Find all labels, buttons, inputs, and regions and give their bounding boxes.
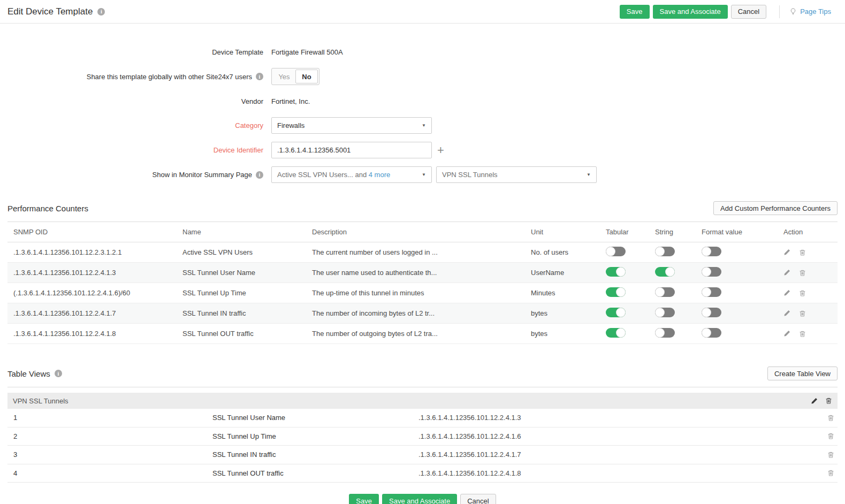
string-toggle[interactable] [655,247,675,256]
info-icon[interactable]: i [256,73,263,80]
table-row: 1 SSL Tunnel User Name .1.3.6.1.4.1.1235… [7,409,838,427]
oid-cell: .1.3.6.1.4.1.12356.101.12.2.4.1.3 [418,414,816,422]
tabular-toggle[interactable] [606,287,626,297]
description-cell: The user name used to authenticate th... [312,269,531,277]
performance-counters-title: Performance Counters [7,204,88,213]
format-value-toggle[interactable] [702,308,721,317]
page-tips-label: Page Tips [800,7,831,16]
name-cell: SSL Tunnel User Name [182,269,312,277]
device-template-value: Fortigate Firewall 500A [271,48,343,56]
divider [779,5,780,18]
delete-icon[interactable] [799,289,806,297]
string-toggle[interactable] [655,267,675,277]
info-icon[interactable]: i [55,370,62,377]
column-header-unit: Unit [531,228,606,236]
table-header-row: SNMP OID Name Description Unit Tabular S… [7,222,838,242]
create-table-view-button[interactable]: Create Table View [767,366,838,380]
string-toggle[interactable] [655,308,675,317]
table-view-group-header: VPN SSL Tunnels [7,393,838,409]
snmp-oid-cell: (.1.3.6.1.4.1.12356.101.12.2.4.1.6)/60 [7,289,182,297]
summary-tableview-select[interactable]: VPN SSL Tunnels ▼ [436,166,597,183]
delete-icon[interactable] [827,414,834,422]
string-toggle[interactable] [655,328,675,338]
save-button[interactable]: Save [620,5,650,19]
device-identifier-input[interactable] [271,142,432,158]
add-custom-performance-counters-button[interactable]: Add Custom Performance Counters [713,201,838,215]
name-cell: SSL Tunnel Up Time [182,289,312,297]
oid-cell: .1.3.6.1.4.1.12356.101.12.2.4.1.7 [418,450,816,459]
page-title: Edit Device Template [7,6,93,17]
oid-cell: .1.3.6.1.4.1.12356.101.12.2.4.1.8 [418,469,816,477]
vendor-value: Fortinet, Inc. [271,97,310,105]
table-body: .1.3.6.1.4.1.12356.101.12.2.3.1.2.1 Acti… [7,242,838,344]
tabular-toggle[interactable] [606,308,626,317]
cancel-button[interactable]: Cancel [460,494,496,504]
table-row: .1.3.6.1.4.1.12356.101.12.2.4.1.7 SSL Tu… [7,303,838,324]
save-button[interactable]: Save [349,494,379,504]
unit-cell: UserName [531,269,606,277]
delete-icon[interactable] [827,451,834,459]
table-row: .1.3.6.1.4.1.12356.101.12.2.3.1.2.1 Acti… [7,242,838,263]
share-toggle: Yes No [271,68,319,85]
monitor-summary-row: Show in Monitor Summary Page i Active SS… [0,166,845,183]
delete-icon[interactable] [827,432,834,440]
edit-icon[interactable] [783,269,790,277]
table-row: .1.3.6.1.4.1.12356.101.12.2.4.1.8 SSL Tu… [7,324,838,344]
table-views-section: Table Views i Create Table View VPN SSL … [0,366,845,483]
table-row: 2 SSL Tunnel Up Time .1.3.6.1.4.1.12356.… [7,427,838,446]
table-row: .1.3.6.1.4.1.12356.101.12.2.4.1.3 SSL Tu… [7,263,838,283]
share-template-row: Share this template globally with other … [0,68,845,85]
performance-counters-section: Performance Counters Add Custom Performa… [0,201,845,344]
cancel-button[interactable]: Cancel [731,5,766,19]
edit-table-view-icon[interactable] [811,397,818,404]
format-value-toggle[interactable] [702,267,721,277]
edit-icon[interactable] [783,310,790,317]
edit-icon[interactable] [783,249,790,256]
tabular-toggle[interactable] [606,247,626,256]
counter-name-cell: SSL Tunnel User Name [212,414,418,422]
format-value-toggle[interactable] [702,247,721,256]
table-row: 3 SSL Tunnel IN traffic .1.3.6.1.4.1.123… [7,446,838,464]
category-select[interactable]: Firewalls ▼ [271,117,432,134]
order-cell: 3 [7,450,212,459]
delete-icon[interactable] [799,249,806,256]
column-header-name: Name [182,228,312,236]
share-no-option[interactable]: No [295,70,318,83]
delete-icon[interactable] [799,330,806,338]
device-template-form: Device Template Fortigate Firewall 500A … [0,24,845,183]
share-yes-option[interactable]: Yes [273,70,295,83]
device-identifier-row: Device Identifier + [0,142,845,158]
add-identifier-icon[interactable]: + [437,144,444,156]
table-row: 4 SSL Tunnel OUT traffic .1.3.6.1.4.1.12… [7,464,838,483]
description-cell: The number of incoming bytes of L2 tr... [312,309,531,317]
string-toggle[interactable] [655,287,675,297]
order-cell: 2 [7,432,212,440]
top-bar: Edit Device Template i Save Save and Ass… [0,0,845,24]
delete-icon[interactable] [799,269,806,277]
save-and-associate-button[interactable]: Save and Associate [382,494,457,504]
snmp-oid-cell: .1.3.6.1.4.1.12356.101.12.2.4.1.7 [7,309,182,317]
info-icon[interactable]: i [256,171,263,179]
column-header-snmp-oid: SNMP OID [7,228,182,236]
page-tips-link[interactable]: Page Tips [789,7,831,16]
delete-table-view-icon[interactable] [825,397,832,404]
edit-icon[interactable] [783,330,790,338]
info-icon[interactable]: i [97,8,105,16]
category-selected-value: Firewalls [277,121,304,129]
tabular-toggle[interactable] [606,328,626,338]
format-value-toggle[interactable] [702,287,721,297]
column-header-format-value: Format value [702,228,778,236]
category-row: Category Firewalls ▼ [0,117,845,134]
more-counters-link[interactable]: 4 more [369,171,390,179]
name-cell: SSL Tunnel IN traffic [182,309,312,317]
save-and-associate-button[interactable]: Save and Associate [653,5,728,19]
edit-icon[interactable] [783,289,790,297]
tabular-toggle[interactable] [606,267,626,277]
column-header-tabular: Tabular [606,228,655,236]
format-value-toggle[interactable] [702,328,721,338]
delete-icon[interactable] [827,469,834,477]
summary-counters-select[interactable]: Active SSL VPN Users... and 4 more ▼ [271,166,432,183]
delete-icon[interactable] [799,310,806,317]
table-row: (.1.3.6.1.4.1.12356.101.12.2.4.1.6)/60 S… [7,283,838,303]
name-cell: Active SSL VPN Users [182,248,312,256]
